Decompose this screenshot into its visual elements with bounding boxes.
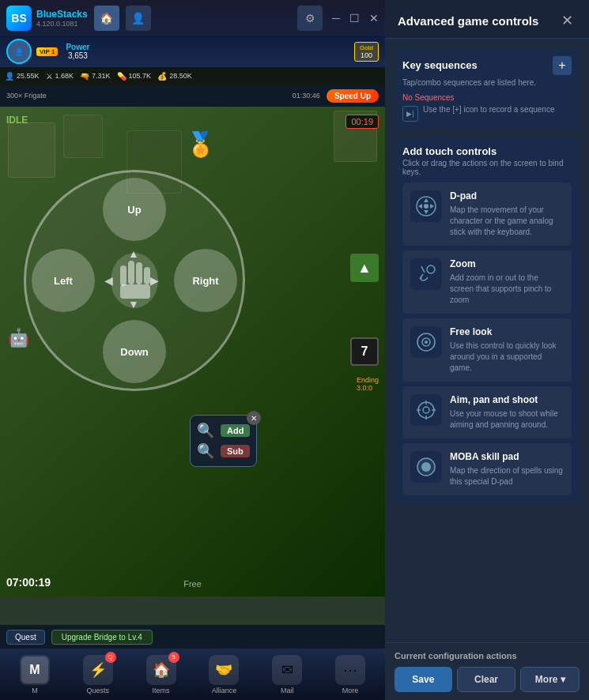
bluestacks-logo: BS BlueStacks 4.120.0.1081 [6, 6, 88, 31]
gold-pile: 🏅 [186, 130, 215, 158]
control-card-moba[interactable]: MOBA skill pad Map the direction of spel… [402, 443, 572, 495]
zoom-control-icon [410, 258, 442, 290]
zoom-popup: ✕ 🔍 Add 🔍 Sub [190, 415, 257, 467]
nav-item-mail[interactable]: ✉ Mail [255, 655, 319, 694]
profile-icon-btn[interactable]: 👤 [126, 6, 151, 31]
sword-icon: ⚔ [46, 72, 53, 81]
nav-item-m[interactable]: M M [3, 655, 66, 694]
dpad-up-button[interactable]: Up [103, 178, 166, 241]
clear-button[interactable]: Clear [457, 667, 516, 692]
close-btn[interactable]: ✕ [369, 12, 379, 24]
zoom-add-row: 🔍 Add [197, 422, 250, 439]
dpad-left-button[interactable]: Left [32, 249, 95, 312]
nav-more-icon-wrap: ⋯ [335, 655, 365, 685]
add-sequence-button[interactable]: + [553, 56, 572, 75]
nav-item-items[interactable]: 🏠 5 Items [130, 655, 193, 694]
control-card-zoom[interactable]: Zoom Add zoom in or out to the screen th… [402, 250, 572, 314]
freelook-info: Free look Use this control to quickly lo… [450, 326, 564, 374]
key-sequences-title: Key sequences [402, 59, 478, 71]
control-card-freelook[interactable]: Free look Use this control to quickly lo… [402, 318, 572, 382]
nav-m-label: M [32, 687, 38, 694]
touch-controls-section: Add touch controls Click or drag the act… [395, 137, 580, 503]
moba-control-name: MOBA skill pad [450, 451, 564, 462]
right-panel: Advanced game controls ✕ Key sequences +… [385, 0, 589, 700]
svg-text:▶: ▶ [150, 274, 159, 287]
moba-icon [410, 451, 442, 483]
game-timer: 07:00:19 [6, 576, 51, 589]
ending-text: Ending3.0:0 [357, 376, 379, 392]
footer-buttons: Save Clear More ▾ [395, 667, 580, 692]
avatar: 👤 [6, 39, 32, 64]
svg-marker-12 [424, 198, 429, 202]
dpad-right-button[interactable]: Right [174, 249, 237, 312]
sequence-hint: ▶| Use the [+] icon to record a sequence [402, 105, 572, 122]
alliance-icon: 🤝 [215, 661, 232, 679]
home-icon-btn[interactable]: 🏠 [94, 6, 119, 31]
freelook-icon [410, 326, 442, 358]
nav-item-quests[interactable]: ⚡ Q Quests [66, 655, 130, 694]
dpad-control[interactable]: Up Down Left Right ◀ ▶ ▲ ▼ [24, 170, 245, 391]
app-icon: BS [6, 6, 32, 31]
svg-point-21 [425, 341, 428, 344]
aim-control-name: Aim, pan and shoot [450, 394, 564, 405]
nav-alliance-icon-wrap: 🤝 [209, 655, 239, 685]
panel-title: Advanced game controls [398, 14, 538, 28]
svg-marker-15 [430, 204, 434, 209]
svg-rect-1 [128, 261, 134, 284]
zoom-add-label[interactable]: Add [221, 424, 250, 437]
person-icon: 👤 [5, 72, 14, 81]
svg-line-17 [421, 266, 425, 273]
game-panel: BS BlueStacks 4.120.0.1081 🏠 👤 ⚙ ─ ☐ ✕ 👤… [0, 0, 385, 700]
dpad-icon [410, 190, 442, 222]
nav-item-more[interactable]: ⋯ More [319, 655, 382, 694]
svg-rect-5 [120, 284, 150, 299]
upgrade-button[interactable]: Upgrade Bridge to Lv.4 [51, 630, 153, 645]
key-sequences-header: Key sequences + [402, 56, 572, 75]
nav-quests-label: Quests [86, 687, 109, 694]
mission-bar: 300× Frigate 01:30:46 Speed Up [0, 85, 385, 107]
resource-item: 🔫 7.31K [80, 72, 111, 81]
resource-item: 👤 25.55K [5, 72, 40, 81]
config-label: Current configuration actions [395, 651, 580, 660]
freelook-control-name: Free look [450, 326, 564, 337]
speed-up-button[interactable]: Speed Up [327, 89, 379, 103]
touch-controls-title: Add touch controls [402, 145, 572, 157]
nav-mail-icon-wrap: ✉ [272, 655, 302, 685]
minimize-btn[interactable]: ─ [332, 12, 340, 24]
zoom-sub-label[interactable]: Sub [221, 445, 250, 457]
more-button[interactable]: More ▾ [520, 667, 580, 692]
quest-button[interactable]: Quest [6, 630, 45, 645]
dpad-control-name: D-pad [450, 190, 564, 201]
nav-items-label: Items [153, 687, 170, 694]
svg-rect-4 [144, 267, 150, 284]
free-label: Free [183, 579, 202, 589]
key-sequences-subtitle: Tap/combo sequences are listed here. [402, 78, 572, 87]
dpad-center-icon: ◀ ▶ ▲ ▼ [95, 241, 174, 320]
arrow-button[interactable]: ▲ [350, 254, 379, 282]
svg-rect-3 [136, 262, 142, 284]
moba-info: MOBA skill pad Map the direction of spel… [450, 451, 564, 487]
control-card-aim[interactable]: Aim, pan and shoot Use your mouse to sho… [402, 386, 572, 438]
svg-text:◀: ◀ [104, 274, 113, 287]
zoom-control-desc: Add zoom in or out to the screen that su… [450, 273, 564, 306]
save-button[interactable]: Save [395, 667, 452, 692]
nav-item-alliance[interactable]: 🤝 Alliance [192, 655, 255, 694]
nav-m-letter: M [21, 657, 48, 683]
resource-item: 💊 105.7K [117, 72, 152, 81]
no-sequences-label: No Sequences [402, 93, 572, 102]
svg-point-23 [423, 407, 429, 413]
bottom-nav: M M ⚡ Q Quests 🏠 5 Items 🤝 Alliance [0, 649, 385, 700]
zoom-in-icon: 🔍 [197, 422, 214, 439]
maximize-btn[interactable]: ☐ [349, 12, 360, 24]
nav-items-icon-wrap: 🏠 5 [146, 655, 176, 685]
panel-close-button[interactable]: ✕ [557, 11, 576, 30]
panel-header: Advanced game controls ✕ [385, 0, 589, 39]
zoom-sub-row: 🔍 Sub [197, 442, 250, 460]
control-card-dpad[interactable]: D-pad Map the movement of your character… [402, 183, 572, 246]
dpad-down-button[interactable]: Down [103, 320, 166, 383]
number-badge: 7 [350, 337, 379, 366]
aim-control-desc: Use your mouse to shoot while aiming and… [450, 408, 564, 431]
settings-icon-btn[interactable]: ⚙ [297, 6, 323, 31]
top-bar: BS BlueStacks 4.120.0.1081 🏠 👤 ⚙ ─ ☐ ✕ [0, 0, 385, 36]
moba-control-desc: Map the direction of spells using this s… [450, 465, 564, 487]
